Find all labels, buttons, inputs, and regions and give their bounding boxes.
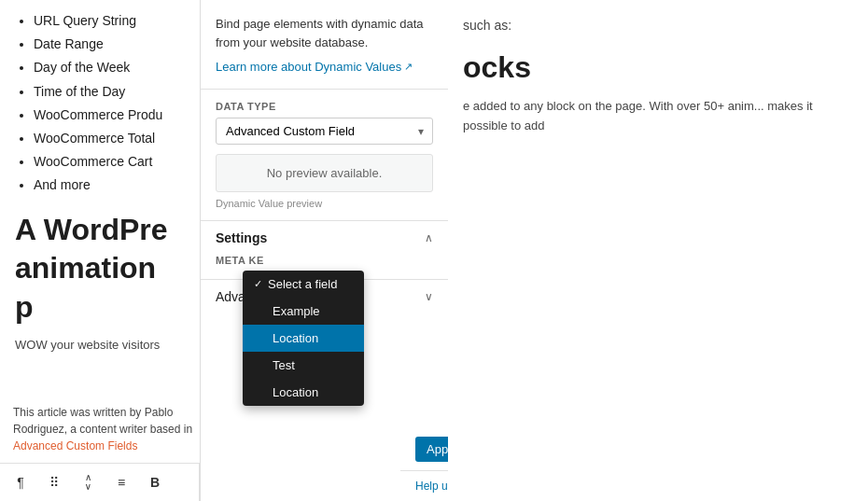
list-item: Time of the Day — [34, 80, 181, 104]
preview-text: No preview available. — [267, 166, 383, 180]
bold-icon[interactable]: B — [142, 469, 168, 495]
list-item: WooCommerce Produ — [34, 104, 181, 127]
learn-more-link[interactable]: Learn more about Dynamic Values ↗ — [216, 60, 413, 74]
move-icon[interactable]: ∧∧ — [75, 469, 101, 495]
dynamic-preview-label: Dynamic Value preview — [216, 198, 433, 209]
menu-item-example[interactable]: Example — [243, 298, 364, 325]
external-link-icon: ↗ — [404, 61, 413, 73]
list-item: Day of the Week — [34, 56, 181, 79]
preview-box: No preview available. — [216, 154, 433, 192]
data-type-label: DATA TYPE — [216, 101, 433, 112]
data-type-section: DATA TYPE Advanced Custom Field No previ… — [201, 90, 448, 221]
menu-item-test[interactable]: Test — [243, 352, 364, 379]
type-dropdown-wrapper: Advanced Custom Field — [216, 118, 433, 145]
menu-item-select-field[interactable]: ✓ Select a field — [243, 271, 364, 298]
meta-key-label: META KE — [216, 255, 433, 266]
settings-header[interactable]: Settings ∧ — [216, 230, 433, 245]
dropdown-menu: ✓ Select a field Example Location Test L… — [243, 271, 364, 406]
intro-text: such as: — [463, 15, 853, 35]
list-item: URL Query String — [34, 9, 181, 33]
panel-description: Bind page elements with dynamic data fro… — [216, 15, 433, 51]
body-text-right: e added to any block on the page. With o… — [463, 97, 853, 136]
editor-toolbar: ¶ ⠿ ∧∧ ≡ B — [0, 463, 200, 501]
checkmark-icon: ✓ — [254, 278, 262, 290]
far-right-panel: such as: ocks e added to any block on th… — [448, 0, 868, 501]
list-item: And more — [34, 174, 181, 197]
feature-list: URL Query String Date Range Day of the W… — [15, 9, 181, 198]
heading-right: ocks — [463, 49, 853, 88]
drag-icon[interactable]: ⠿ — [41, 469, 67, 495]
menu-item-location-active[interactable]: Location — [243, 325, 364, 352]
paragraph-icon[interactable]: ¶ — [7, 469, 34, 495]
panel-description-section: Bind page elements with dynamic data fro… — [201, 0, 448, 90]
sidebar-panel: Bind page elements with dynamic data fro… — [200, 0, 448, 501]
settings-title: Settings — [216, 230, 267, 245]
type-dropdown[interactable]: Advanced Custom Field — [216, 118, 433, 145]
list-item: Date Range — [34, 33, 181, 56]
list-item: WooCommerce Total — [34, 127, 181, 150]
acf-link[interactable]: Advanced Custom Fields — [13, 439, 137, 452]
article-credit: This article was written by Pablo Rodrig… — [13, 404, 196, 454]
body-text: WOW your website visitors — [15, 336, 181, 355]
page-heading: A WordPre animation p — [15, 211, 181, 327]
align-icon[interactable]: ≡ — [108, 469, 134, 495]
list-item: WooCommerce Cart — [34, 150, 181, 174]
chevron-down-icon: ∨ — [425, 290, 433, 303]
menu-item-location2[interactable]: Location — [243, 379, 364, 406]
chevron-up-icon: ∧ — [425, 231, 433, 244]
